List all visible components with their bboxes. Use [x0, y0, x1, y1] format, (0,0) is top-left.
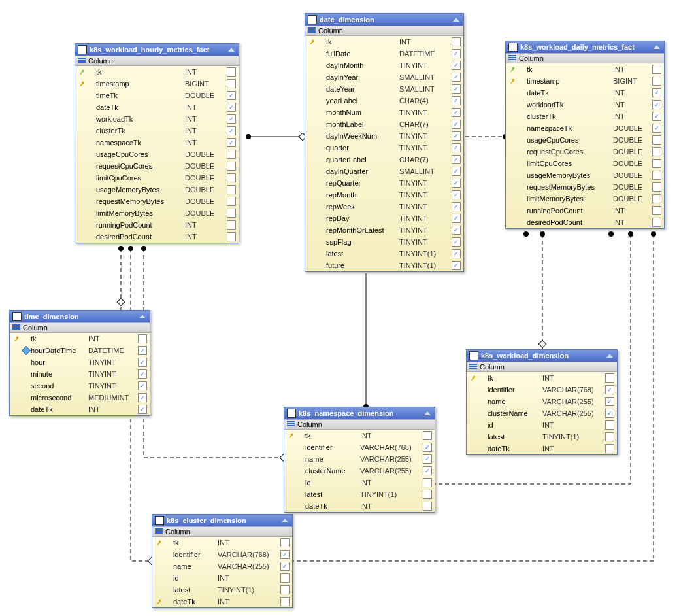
table-header[interactable]: k8s_workload_daily_metrics_fact — [506, 41, 664, 53]
checkbox[interactable] — [452, 167, 461, 176]
table-daily[interactable]: k8s_workload_daily_metrics_factColumntkI… — [505, 41, 665, 229]
table-header[interactable]: k8s_workload_hourly_metrics_fact — [75, 44, 239, 56]
checkbox[interactable] — [423, 490, 432, 499]
table-date[interactable]: date_dimensionColumntkINTfullDateDATETIM… — [305, 13, 464, 272]
checkbox[interactable] — [227, 150, 236, 159]
checkbox[interactable] — [423, 454, 432, 464]
checkbox[interactable] — [423, 502, 432, 511]
checkbox[interactable] — [423, 431, 432, 440]
checkbox[interactable] — [280, 585, 290, 594]
checkbox[interactable] — [423, 466, 432, 475]
collapse-icon[interactable] — [138, 313, 147, 320]
checkbox[interactable] — [652, 218, 661, 227]
checkbox[interactable] — [452, 214, 461, 223]
checkbox[interactable] — [452, 261, 461, 270]
checkbox[interactable] — [652, 147, 661, 156]
checkbox[interactable] — [227, 79, 236, 88]
checkbox[interactable] — [138, 369, 147, 379]
checkbox[interactable] — [652, 194, 661, 203]
checkbox[interactable] — [652, 171, 661, 180]
checkbox[interactable] — [227, 232, 236, 241]
checkbox[interactable] — [452, 37, 461, 46]
table-header[interactable]: k8s_namespace_dimension — [284, 407, 435, 419]
checkbox[interactable] — [227, 162, 236, 171]
checkbox[interactable] — [227, 103, 236, 112]
checkbox[interactable] — [652, 112, 661, 121]
collapse-icon[interactable] — [280, 517, 290, 524]
checkbox[interactable] — [227, 67, 236, 77]
checkbox[interactable] — [652, 100, 661, 109]
checkbox[interactable] — [452, 61, 461, 70]
checkbox[interactable] — [652, 124, 661, 133]
checkbox[interactable] — [138, 346, 147, 355]
checkbox[interactable] — [652, 88, 661, 97]
checkbox[interactable] — [452, 120, 461, 129]
table-header[interactable]: time_dimension — [10, 311, 150, 322]
checkbox[interactable] — [452, 73, 461, 82]
checkbox[interactable] — [227, 197, 236, 206]
column-row: nameVARCHAR(255) — [467, 396, 617, 407]
checkbox[interactable] — [227, 185, 236, 194]
checkbox[interactable] — [423, 478, 432, 487]
column-row: repDayTINYINT — [305, 213, 463, 224]
collapse-icon[interactable] — [227, 46, 236, 54]
table-cluster[interactable]: k8s_cluster_dimensionColumntkINTidentifi… — [152, 514, 293, 608]
table-time[interactable]: time_dimensionColumntkINThourDateTimeDAT… — [9, 310, 150, 416]
column-row: minuteTINYINT — [10, 368, 150, 380]
collapse-icon[interactable] — [423, 409, 432, 417]
checkbox[interactable] — [605, 409, 614, 418]
checkbox[interactable] — [227, 173, 236, 182]
checkbox[interactable] — [605, 432, 614, 441]
checkbox[interactable] — [452, 179, 461, 188]
checkbox[interactable] — [227, 126, 236, 135]
checkbox[interactable] — [652, 77, 661, 86]
checkbox[interactable] — [452, 202, 461, 211]
checkbox[interactable] — [452, 237, 461, 247]
checkbox[interactable] — [227, 114, 236, 124]
checkbox[interactable] — [227, 138, 236, 147]
table-workload[interactable]: k8s_workload_dimensionColumntkINTidentif… — [466, 349, 618, 455]
checkbox[interactable] — [138, 334, 147, 343]
collapse-icon[interactable] — [652, 43, 661, 51]
checkbox[interactable] — [452, 190, 461, 199]
checkbox[interactable] — [138, 405, 147, 414]
checkbox[interactable] — [605, 373, 614, 383]
table-header[interactable]: date_dimension — [305, 14, 463, 26]
checkbox[interactable] — [452, 84, 461, 94]
checkbox[interactable] — [605, 420, 614, 430]
checkbox[interactable] — [227, 91, 236, 100]
checkbox[interactable] — [227, 209, 236, 218]
checkbox[interactable] — [652, 159, 661, 168]
table-header[interactable]: k8s_cluster_dimension — [152, 515, 292, 526]
checkbox[interactable] — [452, 108, 461, 117]
checkbox[interactable] — [652, 206, 661, 215]
checkbox[interactable] — [227, 220, 236, 230]
checkbox[interactable] — [452, 131, 461, 141]
checkbox[interactable] — [280, 573, 290, 583]
checkbox[interactable] — [652, 65, 661, 74]
checkbox[interactable] — [605, 385, 614, 394]
table-header[interactable]: k8s_workload_dimension — [467, 350, 617, 362]
checkbox[interactable] — [138, 358, 147, 367]
checkbox[interactable] — [280, 597, 290, 606]
collapse-icon[interactable] — [605, 352, 614, 360]
checkbox[interactable] — [605, 397, 614, 406]
table-hourly[interactable]: k8s_workload_hourly_metrics_factColumntk… — [75, 43, 239, 243]
checkbox[interactable] — [452, 155, 461, 164]
checkbox[interactable] — [452, 49, 461, 58]
checkbox[interactable] — [452, 96, 461, 105]
checkbox[interactable] — [452, 226, 461, 235]
collapse-icon[interactable] — [452, 16, 461, 24]
table-namespace[interactable]: k8s_namespace_dimensionColumntkINTidenti… — [284, 407, 435, 513]
checkbox[interactable] — [452, 249, 461, 258]
checkbox[interactable] — [138, 381, 147, 390]
checkbox[interactable] — [280, 538, 290, 547]
checkbox[interactable] — [452, 143, 461, 152]
checkbox[interactable] — [652, 182, 661, 192]
checkbox[interactable] — [605, 444, 614, 453]
checkbox[interactable] — [280, 550, 290, 559]
checkbox[interactable] — [652, 135, 661, 145]
checkbox[interactable] — [423, 443, 432, 452]
checkbox[interactable] — [138, 393, 147, 402]
checkbox[interactable] — [280, 562, 290, 571]
